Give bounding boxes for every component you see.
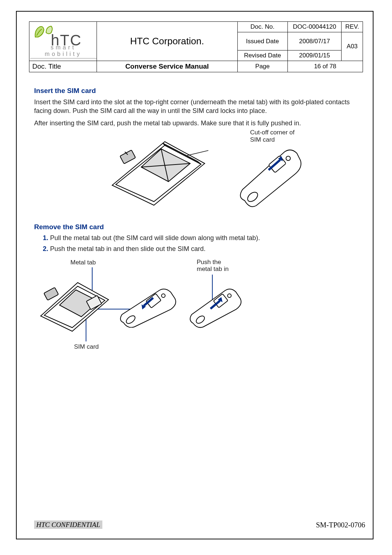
page-footer: HTC CONFIDENTIAL SM-TP002-0706 xyxy=(34,521,365,529)
label-doc-title: Doc. Title xyxy=(29,61,97,72)
footer-code: SM-TP002-0706 xyxy=(316,521,365,529)
content-area: Insert the SIM card Insert the SIM card … xyxy=(34,86,350,357)
page-frame: hTC smart mobility HTC Corporation. Doc.… xyxy=(16,11,373,539)
company-name: HTC Corporation. xyxy=(97,22,237,61)
logo-cell: hTC smart mobility xyxy=(29,22,97,61)
label-doc-no: Doc. No. xyxy=(237,22,287,32)
value-rev: A03 xyxy=(342,32,363,61)
illustration-phone-back-arrow-out xyxy=(117,288,179,328)
illustration-phone-back-arrow-in xyxy=(187,287,243,329)
heading-insert-sim: Insert the SIM card xyxy=(34,86,350,96)
doc-header-table: hTC smart mobility HTC Corporation. Doc.… xyxy=(29,21,363,72)
value-revised: 2009/01/15 xyxy=(287,50,342,61)
caption-push-line2: metal tab in xyxy=(197,266,229,272)
label-rev: REV. xyxy=(342,22,363,32)
insert-sim-paragraph-2: After inserting the SIM card, push the m… xyxy=(34,119,350,127)
svg-point-21 xyxy=(162,294,165,297)
htc-tagline: smart mobility xyxy=(30,44,97,58)
caption-push-tab: Push the metal tab in xyxy=(197,259,229,273)
remove-sim-steps: Pull the metal tab out (the SIM card wil… xyxy=(34,234,350,254)
label-issued: Issued Date xyxy=(237,32,287,50)
figure-insert-sim: Cut-off corner of SIM card xyxy=(107,131,310,215)
caption-push-line1: Push the xyxy=(197,259,221,266)
caption-cutoff-line1: Cut-off corner of xyxy=(250,129,295,136)
remove-sim-step-2: Push the metal tab in and then slide out… xyxy=(50,244,350,253)
svg-line-8 xyxy=(187,141,208,155)
value-doc-title: Converse Service Manual xyxy=(97,61,237,72)
value-doc-no: DOC-00044120 xyxy=(287,22,342,32)
label-page: Page xyxy=(237,61,287,72)
caption-metal-tab: Metal tab xyxy=(70,259,96,267)
insert-sim-paragraph-1: Insert the SIM card into the slot at the… xyxy=(34,98,350,116)
remove-sim-step-1: Pull the metal tab out (the SIM card wil… xyxy=(50,234,350,242)
illustration-slot-open-2 xyxy=(38,280,110,334)
illustration-sim-slot-open xyxy=(107,138,208,207)
confidential-stamp: HTC CONFIDENTIAL xyxy=(34,520,102,529)
heading-remove-sim: Remove the SIM card xyxy=(34,222,350,232)
value-issued: 2008/07/17 xyxy=(287,32,342,50)
illustration-phone-back-1 xyxy=(234,146,303,208)
svg-point-26 xyxy=(228,294,231,297)
htc-logo: hTC smart mobility xyxy=(29,22,97,61)
svg-rect-6 xyxy=(120,150,135,163)
caption-cutoff-line2: SIM card xyxy=(250,136,275,143)
figure-remove-sim: Metal tab Push the metal tab in SIM card xyxy=(34,259,350,357)
caption-cutoff: Cut-off corner of SIM card xyxy=(250,129,295,144)
label-revised: Revised Date xyxy=(237,50,287,61)
svg-rect-17 xyxy=(44,287,58,300)
svg-point-11 xyxy=(286,156,290,161)
value-page: 16 of 78 xyxy=(287,61,363,72)
caption-sim-card: SIM card xyxy=(74,343,99,351)
